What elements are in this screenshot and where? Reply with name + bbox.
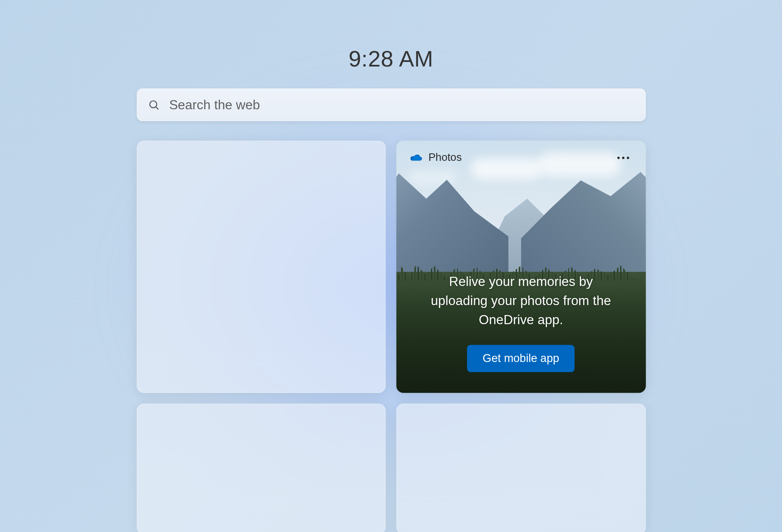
ellipsis-icon (617, 156, 619, 159)
search-bar[interactable] (136, 89, 646, 121)
clock-time: 9:28 AM (0, 46, 782, 71)
search-input[interactable] (169, 97, 634, 112)
widget-placeholder[interactable] (396, 404, 646, 532)
svg-point-0 (149, 101, 156, 108)
photos-promo-text: Relive your memories by uploading your p… (420, 273, 622, 330)
get-mobile-app-button[interactable]: Get mobile app (467, 345, 574, 372)
photos-title-group: Photos (409, 151, 462, 164)
photos-widget-header: Photos (396, 140, 646, 174)
search-icon (148, 99, 160, 111)
widget-grid: Photos Relive your memories by uploading… (136, 140, 646, 532)
photos-widget-content: Relive your memories by uploading your p… (396, 273, 646, 393)
search-bar-container (136, 89, 646, 121)
onedrive-icon (409, 153, 422, 163)
svg-line-1 (156, 106, 158, 109)
more-options-button[interactable] (614, 153, 633, 163)
photos-widget[interactable]: Photos Relive your memories by uploading… (396, 140, 646, 393)
photos-widget-title: Photos (428, 151, 462, 164)
widget-placeholder[interactable] (136, 140, 386, 393)
widget-placeholder[interactable] (136, 404, 386, 532)
widgets-board: 9:28 AM (0, 0, 782, 532)
